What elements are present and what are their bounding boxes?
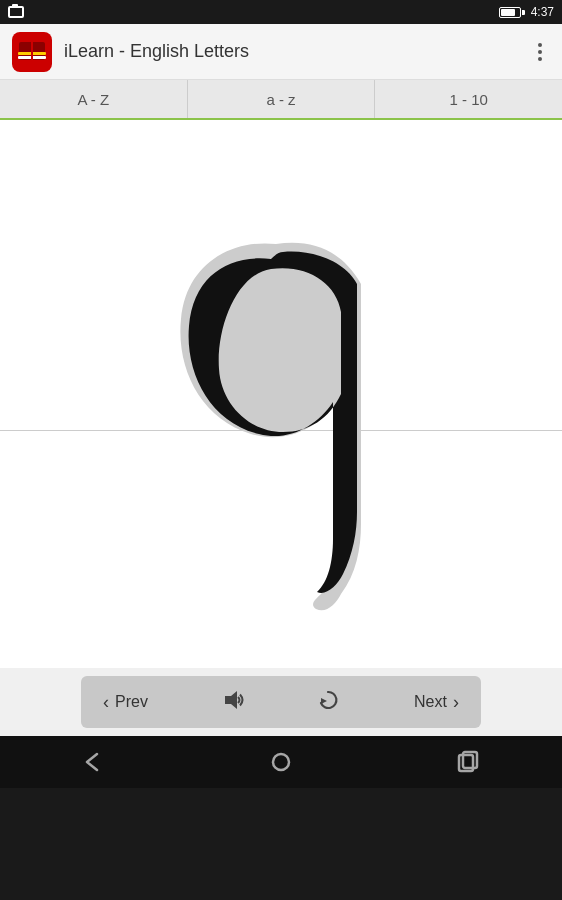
nav-buttons-container: ‹ Prev Next › [81, 676, 481, 728]
home-button[interactable] [266, 748, 296, 776]
sound-button[interactable] [215, 682, 253, 723]
screenshot-icon [8, 6, 24, 18]
back-button[interactable] [79, 750, 109, 774]
next-button[interactable]: Next › [404, 686, 469, 719]
tab-numbers[interactable]: 1 - 10 [375, 80, 562, 118]
recents-icon [453, 750, 483, 774]
letter-svg [121, 164, 441, 624]
status-bar-right: 4:37 [499, 5, 554, 19]
next-label: Next [414, 693, 447, 711]
nav-bar: ‹ Prev Next › [0, 668, 562, 736]
app-bar: iLearn - English Letters [0, 24, 562, 80]
svg-point-7 [273, 754, 289, 770]
tab-lowercase[interactable]: a - z [188, 80, 376, 118]
speaker-icon [223, 690, 245, 710]
tab-bar: A - Z a - z 1 - 10 [0, 80, 562, 120]
reload-button[interactable] [309, 681, 347, 724]
app-icon [12, 32, 52, 72]
battery-icon [499, 7, 525, 18]
menu-dot [538, 57, 542, 61]
recents-button[interactable] [453, 750, 483, 774]
menu-dot [538, 50, 542, 54]
next-arrow-icon: › [453, 692, 459, 713]
letter-display-area [0, 120, 562, 668]
tab-uppercase[interactable]: A - Z [0, 80, 188, 118]
app-title: iLearn - English Letters [64, 41, 530, 62]
menu-dot [538, 43, 542, 47]
letter-display [0, 120, 562, 668]
status-bar-left [8, 6, 24, 18]
svg-rect-4 [31, 42, 33, 60]
prev-label: Prev [115, 693, 148, 711]
back-icon [79, 750, 109, 774]
prev-arrow-icon: ‹ [103, 692, 109, 713]
reload-icon [317, 689, 339, 711]
prev-button[interactable]: ‹ Prev [93, 686, 158, 719]
time-display: 4:37 [531, 5, 554, 19]
svg-marker-5 [225, 691, 237, 709]
menu-button[interactable] [530, 35, 550, 69]
status-bar: 4:37 [0, 0, 562, 24]
system-bar [0, 736, 562, 788]
home-icon [266, 748, 296, 776]
svg-marker-6 [321, 698, 327, 704]
